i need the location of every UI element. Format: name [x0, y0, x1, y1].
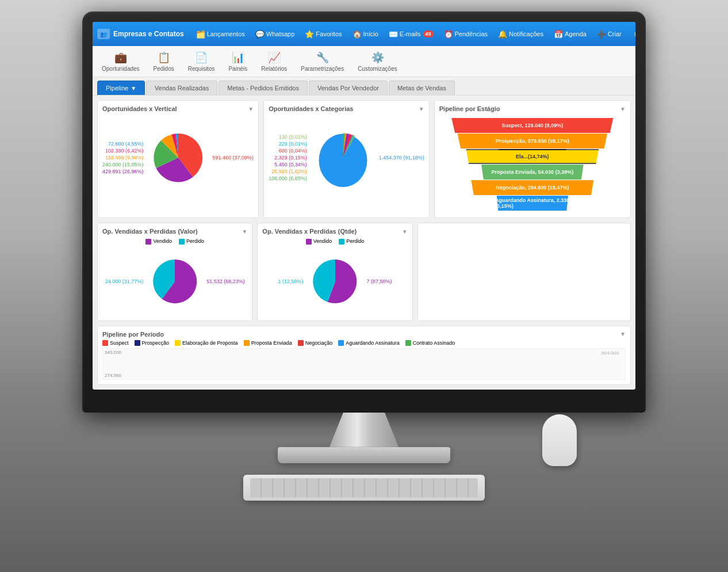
nav-criar[interactable]: ➕ Criar: [593, 28, 626, 40]
tab-vendas-vendedor-label: Vendas Por Vendedor: [317, 85, 379, 91]
parametrizacoes-icon: 🔧: [316, 51, 329, 64]
cat-label-1: 130 (0,01%): [269, 134, 307, 140]
legend-proposta-enviada-label: Proposta Enviada: [251, 340, 292, 346]
pendencias-icon: ⏰: [444, 30, 453, 39]
toolbar-parametrizacoes[interactable]: 🔧 Parametrizações: [301, 51, 344, 72]
nav-emails[interactable]: ✉️ E-mails 49: [385, 28, 438, 40]
funnel-bar-proposta[interactable]: Proposta Enviada, 54.030 (3,39%): [479, 165, 585, 180]
legend-prospeccao-rect: [135, 340, 140, 346]
screen-bezel: 👥 Empresas e Contatos 🗂️ Lançamentos 💬 W…: [82, 12, 646, 413]
legend-suspect: Suspect: [102, 340, 129, 346]
svg-text:264.000: 264.000: [601, 350, 619, 355]
nav-pendencias-label: Pendências: [455, 30, 488, 37]
legend-aguardando-rect: [338, 340, 344, 346]
tab-metas-vendas-label: Metas de Vendas: [397, 85, 446, 91]
cat-filter-icon[interactable]: ▼: [419, 106, 424, 112]
nav-favoritos[interactable]: ⭐ Favoritos: [301, 28, 346, 40]
legend-elaboracao-label: Elaboração de Proposta: [182, 340, 238, 346]
mouse: [542, 414, 577, 466]
legend-elaboracao-rect: [175, 340, 181, 346]
nav-grid-icon[interactable]: ⊞: [630, 29, 635, 40]
toolbar: 💼 Oportunidades 📋 Pedidos 📄 Requisitos 📊…: [93, 46, 635, 77]
periodo-chart-area: 343.200 274.560 264.000: [102, 348, 626, 380]
pie-cat-svg: [313, 127, 373, 188]
panel-title-vq: Op. Vendidas x Perdidas (Qtde) ▼: [262, 228, 407, 235]
toolbar-pedidos-label: Pedidos: [154, 66, 174, 72]
nav-inicio-label: Início: [363, 30, 378, 37]
pie-vert-svg: [150, 129, 207, 186]
nav-notificacoes[interactable]: 🔔 Notificações: [494, 28, 547, 40]
vq-filter-icon[interactable]: ▼: [402, 228, 408, 235]
nav-whatsapp[interactable]: 💬 Whatsapp: [251, 28, 299, 40]
pie-vq-left: 1 (12,50%): [278, 279, 304, 284]
tab-metas-vendas[interactable]: Metas de Vendas: [389, 81, 455, 95]
brand-icon: 👥: [97, 29, 110, 39]
panel-spacer: [417, 223, 631, 321]
panel-title-vq-label: Op. Vendidas x Perdidas (Qtde): [262, 228, 357, 235]
vert-label-2: 102.330 (6,42%): [102, 148, 144, 154]
vert-label-3: 158.499 (9,94%): [102, 155, 144, 161]
periodo-filter-icon[interactable]: ▼: [620, 331, 626, 337]
nav-emails-label: E-mails: [400, 30, 421, 37]
legend-prospeccao-label: Prospecção: [142, 340, 170, 346]
tab-vendas-realizadas-label: Vendas Realizadas: [155, 85, 209, 91]
pie-vert-container: 72.600 (4,55%) 102.330 (6,42%) 158.499 (…: [102, 116, 254, 199]
agenda-icon: 📅: [554, 30, 563, 39]
funnel-bar-suspect[interactable]: Suspect, 129.040 (8,09%): [448, 118, 616, 133]
toolbar-parametrizacoes-label: Parametrizações: [301, 66, 344, 72]
funnel-bar-prospeccao[interactable]: Prospecção, 879.950 (55,17%): [454, 134, 610, 148]
legend-negociacao-label: Negociação: [305, 340, 333, 346]
nav-brand: 👥 Empresas e Contatos: [97, 29, 184, 39]
toolbar-relatorios[interactable]: 📈 Relatórios: [261, 51, 287, 72]
toolbar-customizacoes[interactable]: ⚙️ Customizações: [358, 51, 397, 72]
panel-title-vert: Oportunidades x Vertical ▼: [102, 105, 254, 112]
vq-label-left: 1 (12,50%): [278, 279, 304, 284]
tab-metas-pedidos[interactable]: Metas - Pedidos Emitidos: [219, 81, 308, 95]
y-label-mid: 274.560: [105, 373, 127, 378]
whatsapp-icon: 💬: [255, 30, 265, 39]
funnel-bar-negociacao[interactable]: Negociação, 294.600 (18,47%): [469, 180, 596, 195]
vert-filter-icon[interactable]: ▼: [248, 106, 254, 112]
funnel-elaboracao-pct: (14,74%): [528, 154, 549, 159]
pie-cat-container: 130 (0,01%) 229 (0,01%) 600 (0,04%) 2.32…: [269, 116, 424, 199]
nav-right: ⊞ 👤 ❓: [630, 26, 635, 41]
cat-label-3: 600 (0,04%): [269, 148, 307, 154]
nav-pendencias[interactable]: ⏰ Pendências: [440, 28, 492, 40]
toolbar-paineis[interactable]: 📊 Painéis: [228, 51, 247, 72]
vert-label-4: 240.000 (15,05%): [102, 162, 144, 167]
top-nav: 👥 Empresas e Contatos 🗂️ Lançamentos 💬 W…: [93, 22, 635, 46]
tab-pipeline[interactable]: Pipeline ▼: [97, 81, 145, 95]
legend-aguardando: Aguardando Assinatura: [338, 340, 400, 346]
nav-agenda[interactable]: 📅 Agenda: [550, 28, 591, 40]
funnel-suspect-label: Suspect, 129.040 (8,09%): [502, 123, 564, 128]
toolbar-oportunidades-label: Oportunidades: [102, 66, 140, 72]
nav-inicio[interactable]: 🏠 Início: [348, 28, 382, 40]
nav-lancamentos[interactable]: 🗂️ Lançamentos: [192, 28, 249, 40]
tab-vendas-vendedor[interactable]: Vendas Por Vendedor: [309, 81, 388, 95]
legend-contrato-label: Contrato Assinado: [413, 340, 455, 346]
estagio-filter-icon[interactable]: ▼: [620, 106, 626, 112]
legend-aguardando-label: Aguardando Assinatura: [346, 340, 400, 346]
toolbar-pedidos[interactable]: 📋 Pedidos: [154, 51, 174, 72]
toolbar-oportunidades[interactable]: 💼 Oportunidades: [102, 51, 140, 72]
pie-vv-left: 24.000 (31,77%): [105, 279, 144, 284]
toolbar-requisitos[interactable]: 📄 Requisitos: [188, 51, 215, 72]
panel-title-vv: Op. Vendidas x Perdidas (Valor) ▼: [102, 228, 247, 235]
legend-elaboracao: Elaboração de Proposta: [175, 340, 238, 346]
cat-label-4: 2.329 (0,15%): [269, 155, 307, 161]
panel-pipeline-estagio: Pipeline por Estágio ▼ Suspect, 129.040 …: [434, 100, 631, 218]
tab-vendas-realizadas[interactable]: Vendas Realizadas: [146, 81, 217, 95]
pipeline-filter-icon: ▼: [131, 85, 136, 91]
legend-prospeccao: Prospecção: [135, 340, 170, 346]
toolbar-relatorios-label: Relatórios: [261, 66, 287, 72]
inicio-icon: 🏠: [352, 30, 362, 39]
funnel-bar-elaboracao[interactable]: Elaboração de Proposta235.059 (14,74 %) …: [463, 149, 601, 164]
pie-vq-svg: [309, 256, 361, 307]
vert-label-5: 429.891 (26,96%): [102, 169, 144, 174]
vv-filter-icon[interactable]: ▼: [242, 228, 247, 235]
vv-legend: Vendido Perdido: [102, 238, 247, 245]
panel-vendidas-qtde: Op. Vendidas x Perdidas (Qtde) ▼ Vendido…: [257, 223, 412, 321]
vv-legend-vendido: Vendido: [145, 238, 172, 245]
panel-title-periodo-label: Pipeline por Período: [102, 331, 164, 338]
funnel-bar-assinatura[interactable]: Aguardando Assinatura, 2.330 (0,15%): [495, 196, 569, 211]
